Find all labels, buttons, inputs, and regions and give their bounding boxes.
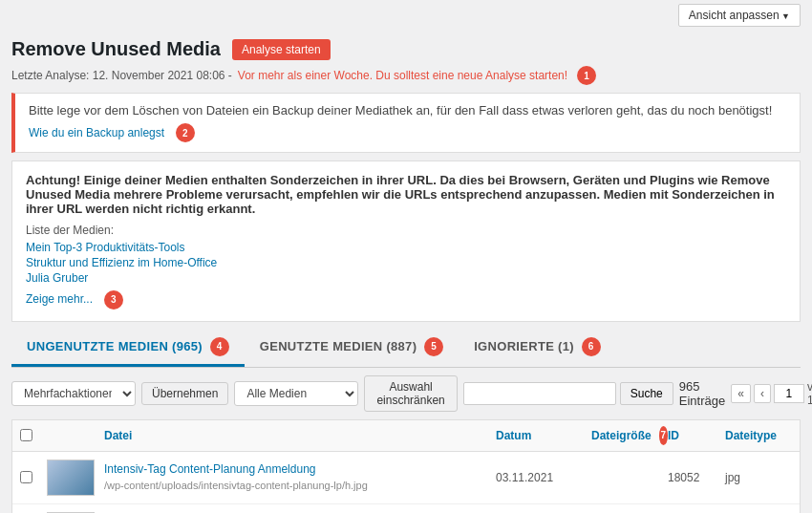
backup-notice-text: Bitte lege vor dem Löschen von Dateien e… xyxy=(29,103,786,118)
last-analysis-warning: Vor mehr als einer Woche. Du solltest ei… xyxy=(238,69,567,82)
analyse-button[interactable]: Analyse starten xyxy=(232,39,331,60)
warning-media-item-2[interactable]: Struktur und Effizienz im Home-Office xyxy=(26,256,786,269)
row1-type: jpg xyxy=(725,471,792,484)
page-header: Remove Unused Media Analyse starten xyxy=(11,38,801,60)
bulk-action-select[interactable]: MehrfachaktionenLöschen xyxy=(11,381,136,406)
backup-link[interactable]: Wie du ein Backup anlegst xyxy=(29,126,164,139)
top-bar: Ansicht anpassen xyxy=(0,0,812,31)
row1-thumbnail xyxy=(47,460,95,496)
pagination-first[interactable]: « xyxy=(731,384,751,403)
table-row: Intensiv-Tag Content-Planung Anmeldung /… xyxy=(12,452,800,504)
search-wrap: Suche xyxy=(463,382,673,405)
tab-unused-media[interactable]: UNGENUTZTE MEDIEN (965) 4 xyxy=(11,330,245,367)
tab-ignored-label: IGNORIERTE (1) xyxy=(474,338,574,353)
pagination: « ‹ von 10 › » xyxy=(731,380,812,407)
warning-title: Achtung! Einige deiner Medien enthalten … xyxy=(26,173,786,216)
row1-filename-link[interactable]: Intensiv-Tag Content-Planung Anmeldung xyxy=(104,462,496,476)
header-date[interactable]: Datum xyxy=(496,429,591,442)
tabs: UNGENUTZTE MEDIEN (965) 4 GENUTZTE MEDIE… xyxy=(11,330,801,368)
tab-ignored-media[interactable]: IGNORIERTE (1) 6 xyxy=(459,330,616,367)
table-header-row: Datei Datum Dateigröße 7 ID Dateitype xyxy=(12,420,800,452)
media-list-label: Liste der Medien: xyxy=(26,224,786,237)
search-input[interactable] xyxy=(463,382,616,405)
badge-7: 7 xyxy=(659,426,668,445)
pagination-of: von 10 xyxy=(807,380,812,407)
badge-3: 3 xyxy=(104,290,123,310)
header-filesize[interactable]: Dateigröße xyxy=(591,429,652,442)
filter-select[interactable]: Alle MedienBilderVideosAudioDokumente xyxy=(234,381,358,406)
warning-media-item-1[interactable]: Mein Top-3 Produktivitäts-Tools xyxy=(26,241,786,254)
badge-2: 2 xyxy=(176,123,195,142)
tab-used-media[interactable]: GENUTZTE MEDIEN (887) 5 xyxy=(245,330,459,367)
row1-thumb xyxy=(47,460,104,496)
last-analysis-bar: Letzte Analyse: 12. November 2021 08:06 … xyxy=(11,66,801,85)
select-all-checkbox[interactable] xyxy=(20,429,32,441)
header-checkbox-cell[interactable] xyxy=(20,429,47,441)
backup-notice: Bitte lege vor dem Löschen von Dateien e… xyxy=(11,93,801,153)
pagination-page-input[interactable] xyxy=(774,384,804,403)
badge-5: 5 xyxy=(424,337,443,356)
toolbar-right: Suche 965 Einträge « ‹ von 10 › » xyxy=(463,379,812,408)
warning-media-list: Mein Top-3 Produktivitäts-Tools Struktur… xyxy=(26,241,786,285)
header-id[interactable]: ID xyxy=(668,429,725,442)
warning-media-item-3[interactable]: Julia Gruber xyxy=(26,271,786,285)
media-table: Datei Datum Dateigröße 7 ID Dateitype I xyxy=(11,419,801,514)
badge-6: 6 xyxy=(582,337,601,356)
tab-used-label: GENUTZTE MEDIEN (887) xyxy=(260,338,417,353)
badge-4: 4 xyxy=(210,337,229,356)
row1-checkbox-cell[interactable] xyxy=(20,471,47,483)
entries-count: 965 Einträge xyxy=(679,379,725,408)
view-adjust-button[interactable]: Ansicht anpassen xyxy=(678,4,801,27)
header-filetype[interactable]: Dateitype xyxy=(725,429,792,442)
row1-file: Intensiv-Tag Content-Planung Anmeldung /… xyxy=(104,462,496,492)
restrict-button[interactable]: Auswahl einschränken xyxy=(364,375,457,412)
row1-checkbox[interactable] xyxy=(20,471,32,483)
last-analysis-text: Letzte Analyse: 12. November 2021 08:06 … xyxy=(11,69,232,82)
toolbar-left: MehrfachaktionenLöschen Übernehmen Alle … xyxy=(11,375,458,412)
tab-unused-label: UNGENUTZTE MEDIEN (965) xyxy=(27,338,203,353)
table-row: checkliste-blogartikel-veroeffentlichen-… xyxy=(12,504,800,514)
header-file[interactable]: Datei xyxy=(104,429,496,442)
row1-date: 03.11.2021 xyxy=(496,471,591,484)
pagination-prev[interactable]: ‹ xyxy=(754,384,771,403)
row1-filepath: /wp-content/uploads/intensivtag-content-… xyxy=(104,480,368,491)
special-chars-warning: Achtung! Einige deiner Medien enthalten … xyxy=(11,160,801,322)
toolbar: MehrfachaktionenLöschen Übernehmen Alle … xyxy=(11,375,801,412)
badge-1: 1 xyxy=(577,66,596,85)
row1-id: 18052 xyxy=(668,471,725,484)
page-title: Remove Unused Media xyxy=(11,38,221,60)
search-button[interactable]: Suche xyxy=(620,382,673,405)
show-more-link[interactable]: Zeige mehr... xyxy=(26,292,93,306)
apply-button[interactable]: Übernehmen xyxy=(141,382,228,405)
